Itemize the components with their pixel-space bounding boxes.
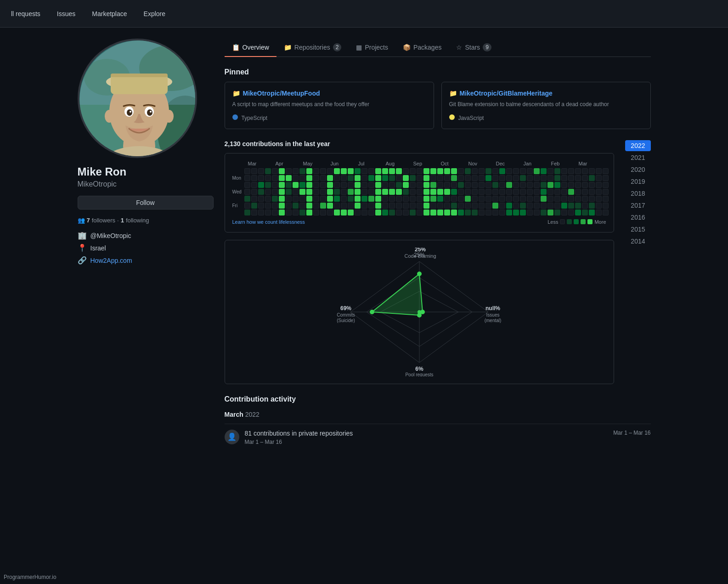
day-cell[interactable] — [547, 203, 553, 209]
day-cell[interactable] — [306, 189, 312, 195]
day-cell[interactable] — [375, 196, 381, 202]
day-cell[interactable] — [334, 196, 340, 202]
day-cell[interactable] — [534, 168, 540, 174]
day-cell[interactable] — [458, 203, 464, 209]
day-cell[interactable] — [368, 189, 374, 195]
day-cell[interactable] — [541, 175, 547, 181]
day-cell[interactable] — [361, 189, 367, 195]
day-cell[interactable] — [554, 210, 560, 215]
day-cell[interactable] — [403, 196, 409, 202]
day-cell[interactable] — [265, 196, 271, 202]
day-cell[interactable] — [596, 189, 602, 195]
day-cell[interactable] — [327, 182, 333, 188]
day-cell[interactable] — [582, 175, 588, 181]
day-cell[interactable] — [534, 175, 540, 181]
day-cell[interactable] — [575, 196, 581, 202]
day-cell[interactable] — [582, 182, 588, 188]
day-cell[interactable] — [286, 196, 292, 202]
day-cell[interactable] — [403, 210, 409, 215]
day-cell[interactable] — [472, 175, 478, 181]
day-cell[interactable] — [279, 196, 285, 202]
year-btn-2017[interactable]: 2017 — [625, 200, 650, 211]
day-cell[interactable] — [582, 203, 588, 209]
day-cell[interactable] — [423, 203, 429, 209]
day-cell[interactable] — [589, 196, 595, 202]
day-cell[interactable] — [299, 189, 305, 195]
day-cell[interactable] — [355, 189, 361, 195]
day-cell[interactable] — [244, 168, 250, 174]
day-cell[interactable] — [596, 182, 602, 188]
day-cell[interactable] — [361, 175, 367, 181]
day-cell[interactable] — [306, 168, 312, 174]
day-cell[interactable] — [320, 203, 326, 209]
day-cell[interactable] — [499, 182, 505, 188]
day-cell[interactable] — [410, 203, 416, 209]
day-cell[interactable] — [244, 210, 250, 215]
day-cell[interactable] — [437, 210, 443, 215]
day-cell[interactable] — [334, 182, 340, 188]
day-cell[interactable] — [547, 175, 553, 181]
repo-link-0[interactable]: 📁 MikeOtropic/MeetupFood — [232, 90, 426, 97]
day-cell[interactable] — [368, 203, 374, 209]
day-cell[interactable] — [430, 196, 436, 202]
day-cell[interactable] — [306, 203, 312, 209]
day-cell[interactable] — [423, 175, 429, 181]
day-cell[interactable] — [355, 182, 361, 188]
day-cell[interactable] — [382, 210, 388, 215]
day-cell[interactable] — [361, 210, 367, 215]
day-cell[interactable] — [547, 210, 553, 215]
day-cell[interactable] — [437, 168, 443, 174]
day-cell[interactable] — [320, 175, 326, 181]
day-cell[interactable] — [575, 182, 581, 188]
day-cell[interactable] — [513, 182, 519, 188]
day-cell[interactable] — [568, 210, 574, 215]
day-cell[interactable] — [547, 168, 553, 174]
day-cell[interactable] — [286, 210, 292, 215]
day-cell[interactable] — [299, 168, 305, 174]
day-cell[interactable] — [403, 189, 409, 195]
day-cell[interactable] — [341, 175, 347, 181]
day-cell[interactable] — [417, 168, 423, 174]
day-cell[interactable] — [596, 196, 602, 202]
day-cell[interactable] — [479, 175, 485, 181]
day-cell[interactable] — [547, 189, 553, 195]
day-cell[interactable] — [251, 168, 257, 174]
day-cell[interactable] — [251, 203, 257, 209]
day-cell[interactable] — [547, 182, 553, 188]
day-cell[interactable] — [465, 210, 471, 215]
day-cell[interactable] — [437, 189, 443, 195]
year-btn-2022[interactable]: 2022 — [625, 140, 650, 151]
day-cell[interactable] — [410, 175, 416, 181]
day-cell[interactable] — [313, 189, 319, 195]
day-cell[interactable] — [382, 175, 388, 181]
day-cell[interactable] — [485, 175, 491, 181]
repo-link-1[interactable]: 📁 MikeOtropic/GitBlameHeritage — [449, 90, 643, 97]
day-cell[interactable] — [361, 168, 367, 174]
day-cell[interactable] — [444, 210, 450, 215]
day-cell[interactable] — [451, 196, 457, 202]
day-cell[interactable] — [603, 182, 609, 188]
day-cell[interactable] — [389, 182, 395, 188]
day-cell[interactable] — [513, 210, 519, 215]
day-cell[interactable] — [458, 182, 464, 188]
day-cell[interactable] — [389, 210, 395, 215]
day-cell[interactable] — [472, 168, 478, 174]
day-cell[interactable] — [299, 196, 305, 202]
day-cell[interactable] — [348, 168, 354, 174]
day-cell[interactable] — [506, 210, 512, 215]
day-cell[interactable] — [479, 210, 485, 215]
day-cell[interactable] — [258, 175, 264, 181]
day-cell[interactable] — [499, 203, 505, 209]
day-cell[interactable] — [272, 175, 278, 181]
day-cell[interactable] — [444, 168, 450, 174]
day-cell[interactable] — [375, 182, 381, 188]
day-cell[interactable] — [541, 168, 547, 174]
day-cell[interactable] — [575, 210, 581, 215]
day-cell[interactable] — [368, 182, 374, 188]
day-cell[interactable] — [465, 168, 471, 174]
day-cell[interactable] — [472, 203, 478, 209]
website-value[interactable]: How2App.com — [90, 257, 132, 264]
day-cell[interactable] — [348, 203, 354, 209]
day-cell[interactable] — [334, 189, 340, 195]
day-cell[interactable] — [286, 182, 292, 188]
